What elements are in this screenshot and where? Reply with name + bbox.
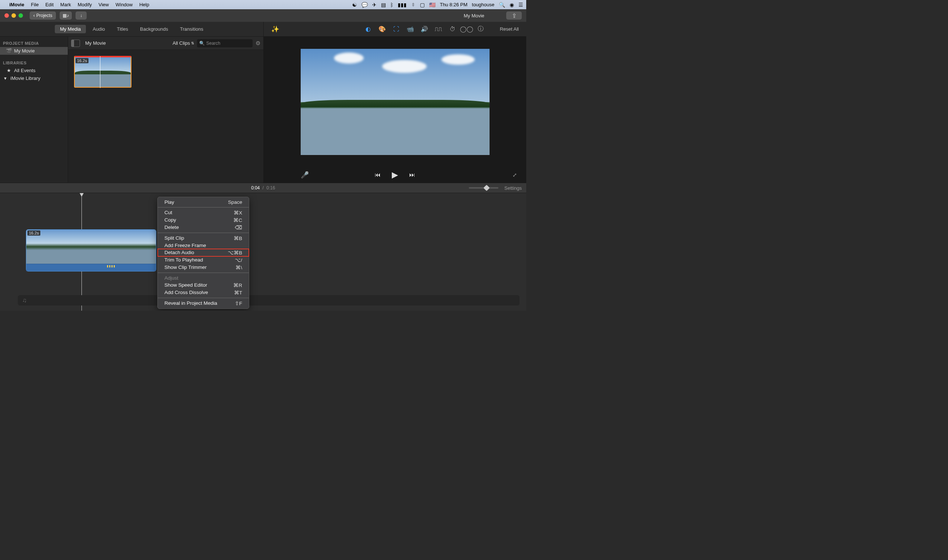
wechat-icon[interactable]: ☯: [352, 2, 357, 8]
bluetooth-icon[interactable]: ᛒ: [390, 2, 393, 8]
zoom-slider[interactable]: [469, 187, 499, 189]
tab-titles[interactable]: Titles: [112, 25, 134, 33]
context-menu-cut[interactable]: Cut ⌘X: [158, 209, 249, 216]
context-menu-copy[interactable]: Copy ⌘C: [158, 216, 249, 224]
tab-transitions[interactable]: Transitions: [175, 25, 208, 33]
chevron-left-icon: ‹: [33, 13, 35, 18]
library-view-button[interactable]: ▦♪: [60, 11, 72, 20]
browser-content[interactable]: 16.2s: [68, 50, 263, 183]
project-media-header: PROJECT MEDIA: [0, 40, 68, 47]
speed-icon[interactable]: ⏱: [449, 26, 456, 33]
context-menu-add-cross-dissolve[interactable]: Add Cross Dissolve ⌘T: [158, 289, 249, 296]
clips-filter-dropdown[interactable]: All Clips ⇅: [173, 40, 194, 46]
media-clip-thumbnail[interactable]: 16.2s: [74, 56, 131, 88]
cm-label: Adjust: [164, 275, 179, 281]
close-window-button[interactable]: [5, 13, 9, 18]
disclosure-triangle-icon[interactable]: ▾: [2, 75, 8, 81]
import-button[interactable]: ↓: [76, 11, 86, 20]
location-icon[interactable]: ✈: [372, 2, 377, 8]
color-balance-icon[interactable]: ◐: [364, 26, 372, 33]
back-to-projects-button[interactable]: ‹ Projects: [29, 11, 56, 20]
microphone-icon[interactable]: 🎤: [301, 171, 309, 179]
skip-back-button[interactable]: ⏮: [375, 172, 381, 178]
reset-all-button[interactable]: Reset All: [500, 26, 519, 32]
context-menu-reveal-in-project-media[interactable]: Reveal in Project Media ⇧F: [158, 300, 249, 307]
clip-filter-icon[interactable]: ◯◯: [463, 26, 470, 33]
media-browser: My Movie All Clips ⇅ 🔍 Search ⚙ 16.2s: [68, 37, 264, 183]
menu-file[interactable]: File: [28, 2, 42, 8]
context-menu: Play Space Cut ⌘X Copy ⌘C Delete ⌫ Split…: [157, 197, 249, 309]
timeline-clip[interactable]: 16.2s: [26, 229, 156, 271]
menu-window[interactable]: Window: [112, 2, 136, 8]
viewer-controls: 🎤 ⏮ ▶ ⏭ ⤢: [264, 167, 526, 183]
sidebar-item-label: All Events: [14, 68, 36, 73]
timeline-settings-button[interactable]: Settings: [504, 185, 522, 191]
menu-modify[interactable]: Modify: [74, 2, 95, 8]
timecode-current: 0:04: [251, 185, 259, 191]
music-well[interactable]: ♫: [18, 295, 520, 306]
viewer-area: 🎤 ⏮ ▶ ⏭ ⤢: [264, 37, 526, 183]
noise-reduction-icon[interactable]: ⎍⎍: [435, 26, 442, 33]
context-menu-delete[interactable]: Delete ⌫: [158, 224, 249, 231]
app-menu[interactable]: iMovie: [6, 2, 28, 8]
menu-mark[interactable]: Mark: [57, 2, 74, 8]
tab-audio[interactable]: Audio: [87, 25, 110, 33]
clip-skimmer[interactable]: [100, 56, 100, 88]
menu-view[interactable]: View: [95, 2, 112, 8]
context-menu-show-speed-editor[interactable]: Show Speed Editor ⌘R: [158, 282, 249, 289]
timecode-total: 0:16: [267, 185, 275, 191]
context-menu-show-clip-trimmer[interactable]: Show Clip Trimmer ⌘\: [158, 264, 249, 271]
sidebar-toggle-icon[interactable]: [71, 40, 80, 47]
cm-label: Add Cross Dissolve: [164, 289, 208, 295]
tab-my-media[interactable]: My Media: [55, 25, 86, 33]
viewer-canvas[interactable]: [301, 49, 489, 155]
search-placeholder: Search: [206, 41, 220, 46]
maximize-window-button[interactable]: [19, 13, 23, 18]
battery2-icon[interactable]: ▢: [420, 2, 425, 8]
context-menu-split-clip[interactable]: Split Clip ⌘B: [158, 234, 249, 242]
wifi-icon[interactable]: ⇞: [411, 2, 415, 8]
flag-icon[interactable]: 🇺🇸: [429, 2, 435, 8]
sidebar-item-my-movie[interactable]: 🎬 My Movie: [0, 47, 68, 55]
sidebar-item-imovie-library[interactable]: ▾ iMovie Library: [0, 74, 68, 82]
spotlight-icon[interactable]: 🔍: [499, 2, 505, 8]
clock[interactable]: Thu 8:26 PM: [440, 2, 467, 8]
notification-center-icon[interactable]: ☰: [519, 2, 523, 8]
volume-icon[interactable]: 🔊: [421, 26, 428, 33]
sidebar-item-all-events[interactable]: ★ All Events: [0, 66, 68, 74]
minimize-window-button[interactable]: [11, 13, 16, 18]
tab-backgrounds[interactable]: Backgrounds: [135, 25, 173, 33]
search-input[interactable]: 🔍 Search: [197, 39, 253, 47]
user-name[interactable]: toughouse: [472, 2, 494, 8]
zoom-slider-knob[interactable]: [483, 185, 490, 191]
crop-icon[interactable]: ⛶: [392, 26, 400, 33]
context-menu-add-freeze-frame[interactable]: Add Freeze Frame: [158, 242, 249, 249]
siri-icon[interactable]: ◉: [510, 2, 514, 8]
fullscreen-icon[interactable]: ⤢: [513, 172, 517, 178]
play-button[interactable]: ▶: [392, 170, 398, 180]
menu-help[interactable]: Help: [136, 2, 153, 8]
share-button[interactable]: ⇪: [506, 11, 522, 20]
chat-icon[interactable]: 💬: [361, 2, 368, 8]
gear-icon[interactable]: ⚙: [256, 40, 260, 47]
menu-edit[interactable]: Edit: [42, 2, 57, 8]
timeline-clip-audio-waveform[interactable]: [26, 264, 156, 271]
sidebar-item-label: iMovie Library: [10, 75, 40, 81]
context-menu-trim-to-playhead[interactable]: Trim To Playhead ⌥/: [158, 256, 249, 264]
star-icon: ★: [6, 68, 12, 73]
context-menu-adjust: Adjust: [158, 274, 249, 282]
magic-wand-icon[interactable]: ✨: [271, 25, 279, 33]
context-menu-separator: [158, 233, 249, 233]
timeline[interactable]: 16.2s ♫ Play Space Cut ⌘X Copy ⌘C Delete…: [0, 193, 526, 311]
battery-icon[interactable]: ▮▮▮: [398, 2, 407, 8]
cm-shortcut: ⌥/: [235, 257, 242, 263]
stabilization-icon[interactable]: 📹: [407, 26, 414, 33]
info-icon[interactable]: ⓘ: [477, 26, 484, 33]
clips-filter-label: All Clips: [173, 40, 190, 46]
context-menu-play[interactable]: Play Space: [158, 198, 249, 206]
color-correction-icon[interactable]: 🎨: [378, 26, 386, 33]
film-icon: ▦♪: [63, 13, 69, 18]
display-icon[interactable]: ▤: [381, 2, 386, 8]
context-menu-detach-audio[interactable]: Detach Audio ⌥⌘B: [158, 249, 249, 256]
skip-forward-button[interactable]: ⏭: [409, 172, 415, 178]
